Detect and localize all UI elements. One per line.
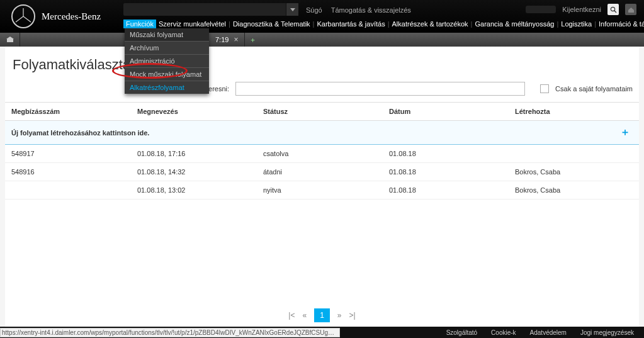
footer-provider[interactable]: Szolgáltató — [446, 329, 477, 336]
footer-cookie[interactable]: Cookie-k — [491, 329, 516, 336]
svg-line-4 — [614, 11, 616, 13]
col-status[interactable]: Státusz — [257, 103, 383, 121]
new-process-row[interactable]: Új folyamat létrehozásához kattintson id… — [5, 121, 639, 145]
nav-alkatreszek[interactable]: Alkatrészek & tartozékok — [392, 20, 468, 28]
status-bar-url: https://xentry-int4.i.daimler.com/wps/my… — [0, 328, 340, 337]
funkciok-dropdown: Műszaki folyamat Archívum Adminisztráció… — [125, 28, 209, 94]
cell-status: átadni — [257, 163, 383, 181]
search-input[interactable] — [235, 82, 525, 96]
cell-order — [5, 181, 131, 200]
process-tab[interactable]: 7:19 × — [209, 33, 245, 47]
home-tab[interactable] — [0, 33, 20, 47]
cell-created — [509, 145, 639, 163]
pager-prev[interactable]: « — [302, 311, 307, 320]
global-search[interactable] — [123, 3, 298, 16]
page-title: Folyamatkiválasztás — [5, 47, 639, 78]
global-search-dropdown[interactable] — [286, 3, 298, 16]
cell-order: 548917 — [5, 145, 131, 163]
logout-link[interactable]: Kijelentkezni — [562, 6, 601, 13]
global-search-input[interactable] — [123, 6, 286, 13]
plus-icon[interactable]: ＋ — [620, 127, 630, 137]
svg-line-2 — [16, 16, 23, 22]
dd-archivum[interactable]: Archívum — [125, 41, 209, 54]
dd-muszaki[interactable]: Műszaki folyamat — [125, 28, 209, 41]
mercedes-logo — [11, 4, 35, 28]
cell-created: Bokros, Csaba — [509, 163, 639, 181]
close-icon[interactable]: × — [234, 35, 238, 44]
cell-status: csatolva — [257, 145, 383, 163]
nav-logisztika[interactable]: Logisztika — [561, 20, 592, 28]
user-badge — [526, 6, 556, 13]
home-icon-button[interactable] — [625, 4, 636, 15]
pager: |< « 1 » >| — [5, 307, 639, 324]
cell-name: 01.08.18, 13:02 — [131, 181, 257, 200]
cell-created: Bokros, Csaba — [509, 181, 639, 200]
cell-date: 01.08.18 — [383, 163, 509, 181]
col-created[interactable]: Létrehozta — [509, 103, 639, 121]
dd-alkatresz[interactable]: Alkatrészfolyamat — [125, 81, 209, 94]
dd-mock[interactable]: Mock műszaki folyamat — [125, 67, 209, 81]
new-process-label: Új folyamat létrehozásához kattintson id… — [5, 121, 509, 145]
help-link[interactable]: Súgó — [306, 6, 322, 14]
nav-info[interactable]: Információ & támogatás — [599, 20, 644, 28]
cell-date: 01.08.18 — [383, 181, 509, 200]
only-mine-checkbox[interactable] — [540, 84, 549, 93]
footer-privacy[interactable]: Adatvédelem — [530, 329, 567, 336]
cell-name: 01.08.18, 17:16 — [131, 145, 257, 163]
cell-order: 548916 — [5, 163, 131, 181]
pager-first[interactable]: |< — [288, 311, 295, 320]
chevron-down-icon — [290, 8, 295, 11]
nav-diag[interactable]: Diagnosztika & Telematik — [233, 20, 310, 28]
svg-line-1 — [23, 16, 31, 22]
tab-label: 7:19 — [215, 36, 229, 43]
col-date[interactable]: Dátum — [383, 103, 509, 121]
col-name[interactable]: Megnevezés — [131, 103, 257, 121]
table-row[interactable]: 01.08.18, 13:02 nyitva 01.08.18 Bokros, … — [5, 181, 639, 200]
dd-admin[interactable]: Adminisztráció — [125, 54, 209, 67]
pager-next[interactable]: » — [337, 311, 342, 320]
brand-name: Mercedes-Benz — [42, 11, 101, 22]
nav-karbantartas[interactable]: Karbantartás & javítás — [317, 20, 385, 28]
support-link[interactable]: Támogatás & visszajelzés — [331, 6, 411, 14]
nav-garancia[interactable]: Garancia & méltányosság — [475, 20, 554, 28]
cell-date: 01.08.18 — [383, 145, 509, 163]
footer-legal[interactable]: Jogi megjegyzések — [580, 329, 634, 336]
pager-last[interactable]: >| — [349, 311, 356, 320]
only-mine-label: Csak a saját folyamataim — [555, 85, 633, 93]
nav-funkciok[interactable]: Funkciók — [123, 20, 156, 28]
tab-bar: 7:19 × ＋ — [0, 33, 644, 47]
svg-rect-5 — [7, 39, 13, 42]
process-table: Megbízásszám Megnevezés Státusz Dátum Lé… — [5, 102, 639, 200]
svg-point-3 — [611, 7, 614, 11]
nav-szerviz[interactable]: Szerviz munkafelvétel — [159, 20, 226, 28]
add-tab-button[interactable]: ＋ — [245, 33, 260, 47]
search-icon-button[interactable] — [607, 4, 619, 15]
pager-current[interactable]: 1 — [314, 308, 330, 322]
table-row[interactable]: 548916 01.08.18, 14:32 átadni 01.08.18 B… — [5, 163, 639, 181]
cell-name: 01.08.18, 14:32 — [131, 163, 257, 181]
main-nav: Funkciók Szerviz munkafelvétel| Diagnosz… — [123, 19, 641, 29]
col-order[interactable]: Megbízásszám — [5, 103, 131, 121]
table-row[interactable]: 548917 01.08.18, 17:16 csatolva 01.08.18 — [5, 145, 639, 163]
cell-status: nyitva — [257, 181, 383, 200]
